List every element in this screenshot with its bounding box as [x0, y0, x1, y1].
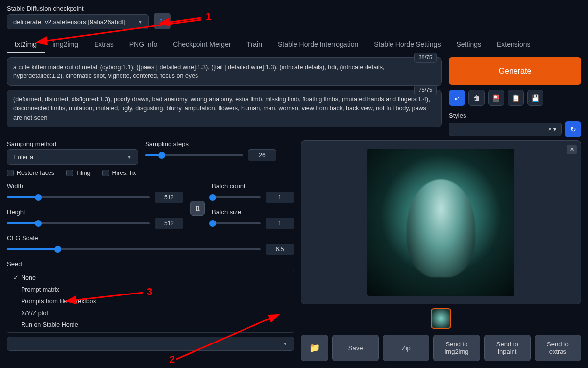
- folder-icon: 📁: [309, 343, 320, 353]
- sampling-method-select[interactable]: Euler a ▼: [7, 149, 138, 165]
- hires-fix-checkbox[interactable]: [102, 170, 109, 176]
- height-value[interactable]: 512: [155, 218, 183, 229]
- batch-count-label: Batch count: [212, 182, 294, 190]
- close-image-button[interactable]: ✕: [567, 145, 577, 154]
- chevron-down-icon: ▼: [127, 154, 132, 160]
- height-label: Height: [7, 208, 183, 216]
- tab-img2img[interactable]: img2img: [45, 36, 86, 53]
- script-dropdown-open[interactable]: ✓NonePrompt matrixPrompts from file or t…: [7, 270, 294, 333]
- restore-faces-label: Restore faces: [17, 170, 54, 176]
- batch-count-slider[interactable]: [212, 196, 261, 198]
- tab-extensions[interactable]: Extensions: [489, 36, 538, 53]
- seed-label: Seed: [7, 260, 294, 268]
- swap-icon: ⇅: [195, 205, 200, 212]
- trash-icon: 🗑: [473, 94, 480, 102]
- read-prompt-button[interactable]: ↙: [449, 90, 465, 106]
- prompt-tool-row: ↙ 🗑 🎴 📋 💾: [449, 90, 581, 106]
- chevron-down-icon: ▼: [283, 341, 288, 346]
- restore-faces-checkbox[interactable]: [7, 170, 14, 176]
- send-inpaint-button[interactable]: Send to inpaint: [484, 335, 531, 361]
- save-icon: 💾: [531, 94, 539, 102]
- neg-prompt-token-count: 75/75: [414, 85, 437, 95]
- prompt-textarea[interactable]: 38/75 a cute kitten made out of metal, (…: [7, 57, 442, 86]
- main-tabs: txt2imgimg2imgExtrasPNG InfoCheckpoint M…: [7, 36, 581, 53]
- hires-fix-label: Hires. fix: [112, 170, 136, 176]
- tab-stable-horde-settings[interactable]: Stable Horde Settings: [366, 36, 448, 53]
- generated-image[interactable]: [368, 149, 514, 296]
- tab-settings[interactable]: Settings: [448, 36, 489, 53]
- open-folder-button[interactable]: 📁: [301, 335, 328, 361]
- refresh-styles-button[interactable]: ↻: [565, 121, 581, 137]
- script-select[interactable]: ▼: [7, 337, 294, 351]
- negative-prompt-textarea[interactable]: 75/75 (deformed, distorted, disfigured:1…: [7, 90, 442, 127]
- sampling-steps-value[interactable]: 26: [248, 149, 276, 161]
- checkpoint-select[interactable]: deliberate_v2.safetensors [9aba26abdf] ▼: [7, 14, 149, 29]
- arrow-icon: ↙: [454, 94, 460, 102]
- cfg-slider[interactable]: [7, 248, 261, 250]
- tab-txt2img[interactable]: txt2img: [7, 36, 45, 53]
- tab-train[interactable]: Train: [239, 36, 270, 53]
- tiling-checkbox[interactable]: [66, 170, 73, 176]
- checkpoint-label: Stable Diffusion checkpoint: [7, 5, 149, 12]
- generate-button[interactable]: Generate: [449, 57, 581, 85]
- refresh-checkpoint-button[interactable]: ↻: [154, 13, 171, 29]
- script-option-prompts-from-file-or-textbox[interactable]: Prompts from file or textbox: [7, 295, 294, 307]
- refresh-icon: ↻: [570, 125, 576, 133]
- script-option-none[interactable]: ✓None: [7, 271, 294, 284]
- save-style-button[interactable]: 💾: [527, 90, 543, 106]
- tiling-label: Tiling: [76, 170, 90, 176]
- script-option-prompt-matrix[interactable]: Prompt matrix: [7, 284, 294, 295]
- batch-count-value[interactable]: 1: [266, 192, 294, 203]
- send-extras-button[interactable]: Send to extras: [535, 335, 581, 361]
- output-thumbnail[interactable]: [431, 308, 451, 329]
- tab-extras[interactable]: Extras: [86, 36, 122, 53]
- width-slider[interactable]: [7, 196, 150, 198]
- tab-stable-horde-interrogation[interactable]: Stable Horde Interrogation: [270, 36, 366, 53]
- cfg-value[interactable]: 6.5: [266, 244, 294, 255]
- batch-size-label: Batch size: [212, 208, 294, 216]
- batch-size-slider[interactable]: [212, 222, 261, 224]
- chevron-down-icon: ▼: [138, 19, 143, 25]
- sampling-method-value: Euler a: [13, 153, 33, 161]
- checkpoint-value: deliberate_v2.safetensors [9aba26abdf]: [13, 18, 125, 25]
- output-buttons: 📁 Save Zip Send to img2img Send to inpai…: [301, 335, 581, 361]
- checkpoint-field: Stable Diffusion checkpoint deliberate_v…: [7, 5, 149, 29]
- clipboard-icon: 📋: [512, 94, 520, 102]
- tab-checkpoint-merger[interactable]: Checkpoint Merger: [165, 36, 239, 53]
- styles-label: Styles: [449, 112, 581, 119]
- batch-size-value[interactable]: 1: [266, 218, 294, 229]
- clipboard-button[interactable]: 📋: [508, 90, 524, 106]
- send-img2img-button[interactable]: Send to img2img: [433, 335, 480, 361]
- styles-select[interactable]: × ▾: [449, 123, 562, 136]
- tab-png-info[interactable]: PNG Info: [122, 36, 166, 53]
- sampling-steps-slider[interactable]: [145, 154, 243, 156]
- refresh-icon: ↻: [160, 18, 165, 25]
- swap-wh-button[interactable]: ⇅: [190, 201, 205, 216]
- sampling-steps-label: Sampling steps: [145, 140, 276, 147]
- options-row: Restore faces Tiling Hires. fix: [7, 170, 294, 176]
- prompt-text: a cute kitten made out of metal, (cyborg…: [13, 64, 385, 79]
- cfg-label: CFG Scale: [7, 234, 294, 242]
- width-value[interactable]: 512: [155, 192, 183, 203]
- script-option-x-y-z-plot[interactable]: X/Y/Z plot: [7, 307, 294, 319]
- style-card-button[interactable]: 🎴: [488, 90, 504, 106]
- height-slider[interactable]: [7, 222, 150, 224]
- width-label: Width: [7, 182, 183, 190]
- save-button[interactable]: Save: [332, 335, 379, 361]
- output-gallery: ✕: [301, 140, 581, 304]
- zip-button[interactable]: Zip: [383, 335, 429, 361]
- checkpoint-row: Stable Diffusion checkpoint deliberate_v…: [7, 5, 581, 29]
- close-icon: ✕: [570, 147, 574, 153]
- prompt-token-count: 38/75: [414, 53, 437, 63]
- card-icon: 🎴: [492, 94, 500, 102]
- clear-styles[interactable]: × ▾: [548, 126, 556, 133]
- neg-prompt-text: (deformed, distorted, disfigured:1.3), p…: [13, 96, 430, 121]
- clear-prompt-button[interactable]: 🗑: [468, 90, 485, 106]
- sampling-method-label: Sampling method: [7, 140, 138, 147]
- script-option-run-on-stable-horde[interactable]: Run on Stable Horde: [7, 319, 294, 331]
